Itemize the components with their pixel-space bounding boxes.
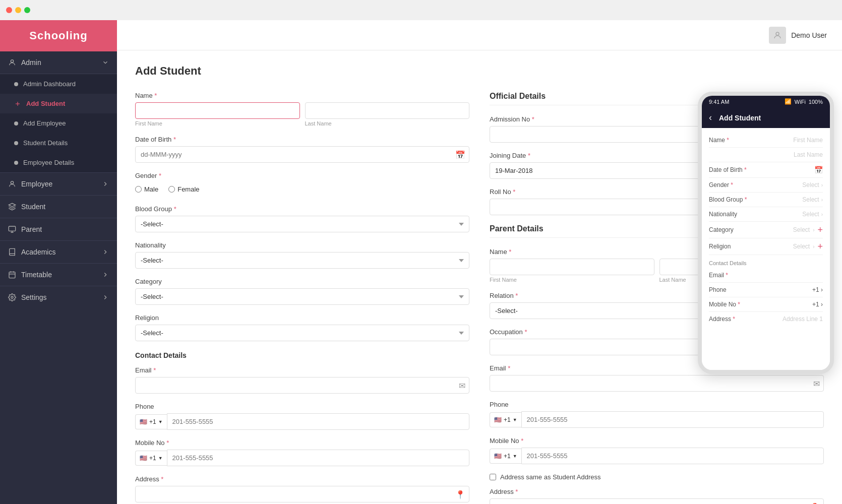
- mobile-category-field[interactable]: Category Select › +: [709, 222, 823, 238]
- address-same-checkbox[interactable]: [490, 474, 496, 480]
- gender-radio-group: Male Female: [135, 182, 469, 196]
- name-group: Name * First Name Last Name: [135, 92, 469, 127]
- sidebar-item-student[interactable]: Student: [0, 196, 117, 218]
- mobile-mobileno-field[interactable]: Mobile No * +1 ›: [709, 297, 823, 312]
- mobile-back-btn[interactable]: ‹: [709, 112, 712, 123]
- user-area: Demo User: [769, 27, 827, 44]
- last-name-label: Last Name: [305, 120, 470, 127]
- parent-phone-label: Phone: [490, 401, 824, 408]
- mobile-address-field: Address * Address Line 1: [709, 312, 823, 326]
- nationality-group: Nationality -Select-: [135, 241, 469, 269]
- sidebar-item-academics[interactable]: Academics: [0, 241, 117, 264]
- nationality-select[interactable]: -Select-: [135, 252, 469, 269]
- chevron-down-icon: [102, 59, 109, 66]
- mobile-name-field: Name * First Name: [709, 133, 823, 148]
- maximize-btn[interactable]: [24, 7, 30, 13]
- last-name-input[interactable]: [305, 102, 470, 119]
- sidebar-item-add-student[interactable]: Add Student: [0, 94, 117, 113]
- address-line1-input[interactable]: [135, 486, 469, 502]
- category-select[interactable]: -Select-: [135, 288, 469, 305]
- parent-mobile-flag-select[interactable]: 🇺🇸 +1 ▼: [490, 449, 521, 464]
- svg-rect-4: [9, 226, 15, 231]
- dot-icon: [14, 141, 18, 145]
- sidebar-item-settings[interactable]: Settings: [0, 286, 117, 308]
- phone-group: Phone 🇺🇸 +1 ▼: [135, 403, 469, 430]
- timetable-icon: [8, 271, 16, 279]
- sidebar-item-admin-dashboard[interactable]: Admin Dashboard: [0, 74, 117, 94]
- parent-phone-input[interactable]: [521, 411, 824, 428]
- blood-group-select[interactable]: -Select- A+ A- B+ O+ AB+: [135, 216, 469, 232]
- sidebar-item-employee-details[interactable]: Employee Details: [0, 153, 117, 172]
- mobile-phone-field[interactable]: Phone +1 ›: [709, 283, 823, 297]
- mobile-blood-field[interactable]: Blood Group * Select ›: [709, 193, 823, 207]
- parent-address-line1-input[interactable]: [490, 498, 824, 504]
- sidebar-item-parent[interactable]: Parent: [0, 218, 117, 241]
- religion-select[interactable]: -Select-: [135, 325, 469, 341]
- mobile-religion-field[interactable]: Religion Select › +: [709, 238, 823, 255]
- address-group: Address * 📍 Address Line 1 Address Line …: [135, 475, 469, 504]
- dot-icon: [14, 161, 18, 165]
- dot-icon: [14, 121, 18, 125]
- mobile-email-field: Email *: [709, 268, 823, 283]
- parent-icon: [8, 225, 16, 233]
- blood-group-label: Blood Group *: [135, 205, 469, 213]
- mobile-battery: 100%: [809, 99, 823, 105]
- parent-address-group: Address * 📍 Address Line 1 Address Line …: [490, 488, 824, 504]
- admin-section[interactable]: Admin: [0, 51, 117, 74]
- phone-flag-select[interactable]: 🇺🇸 +1 ▼: [135, 414, 167, 429]
- address-label: Address *: [135, 475, 469, 483]
- dob-input[interactable]: [135, 146, 469, 163]
- sidebar-item-student-details[interactable]: Student Details: [0, 133, 117, 153]
- minimize-btn[interactable]: [15, 7, 21, 13]
- parent-mobile-input[interactable]: [521, 448, 824, 464]
- mobile-flag-select[interactable]: 🇺🇸 +1 ▼: [135, 451, 167, 466]
- email-input[interactable]: [135, 377, 469, 394]
- dob-label: Date of Birth *: [135, 136, 469, 143]
- phone-label: Phone: [135, 403, 469, 410]
- mobile-dob-field: Date of Birth * 📅: [709, 162, 823, 178]
- mobile-group: Mobile No * 🇺🇸 +1 ▼: [135, 439, 469, 466]
- sidebar-sub-menu: Admin Dashboard Add Student Add Employee…: [0, 74, 117, 173]
- parent-phone-group: Phone 🇺🇸 +1 ▼: [490, 401, 824, 428]
- sidebar-item-timetable[interactable]: Timetable: [0, 264, 117, 286]
- svg-point-10: [776, 32, 779, 35]
- mobile-nationality-field[interactable]: Nationality Select ›: [709, 207, 823, 222]
- gender-male[interactable]: Male: [135, 185, 158, 193]
- svg-point-9: [11, 296, 13, 298]
- mobile-title: Add Student: [719, 114, 761, 122]
- mobile-input[interactable]: [167, 450, 469, 466]
- religion-group: Religion -Select-: [135, 314, 469, 341]
- address-same-label[interactable]: Address same as Student Address: [500, 473, 600, 481]
- calendar-icon[interactable]: 📅: [455, 150, 465, 159]
- mobile-contact-title: Contact Details: [709, 260, 823, 266]
- left-form-column: Name * First Name Last Name: [135, 92, 469, 504]
- svg-rect-5: [9, 272, 15, 278]
- chevron-right-icon: [102, 180, 109, 187]
- contact-section-title: Contact Details: [135, 351, 469, 359]
- email-group: Email * ✉: [135, 366, 469, 394]
- gender-male-radio[interactable]: [135, 186, 142, 193]
- gender-group: Gender * Male Female: [135, 172, 469, 196]
- settings-icon: [8, 293, 16, 301]
- mobile-lastname-field: Last Name: [709, 148, 823, 162]
- phone-input[interactable]: [167, 413, 469, 430]
- page-content: Add Student Name * First Name: [117, 50, 842, 504]
- topbar: Demo User: [117, 20, 842, 50]
- location-icon: 📍: [455, 489, 465, 499]
- first-name-input[interactable]: [135, 102, 300, 119]
- sidebar-logo: Schooling: [0, 20, 117, 51]
- svg-point-3: [11, 181, 13, 184]
- email-icon: ✉: [459, 381, 465, 390]
- close-btn[interactable]: [6, 7, 12, 13]
- parent-email-input[interactable]: [490, 375, 824, 392]
- parent-phone-flag-select[interactable]: 🇺🇸 +1 ▼: [490, 412, 521, 427]
- gender-female-radio[interactable]: [168, 186, 175, 193]
- mobile-gender-field[interactable]: Gender * Select ›: [709, 178, 823, 193]
- sidebar-item-add-employee[interactable]: Add Employee: [0, 113, 117, 133]
- plus-icon: [14, 100, 21, 107]
- gender-female[interactable]: Female: [168, 185, 199, 193]
- email-label: Email *: [135, 366, 469, 374]
- sidebar-item-employee[interactable]: Employee: [0, 173, 117, 196]
- blood-group-group: Blood Group * -Select- A+ A- B+ O+ AB+: [135, 205, 469, 232]
- parent-first-name-input[interactable]: [490, 259, 654, 275]
